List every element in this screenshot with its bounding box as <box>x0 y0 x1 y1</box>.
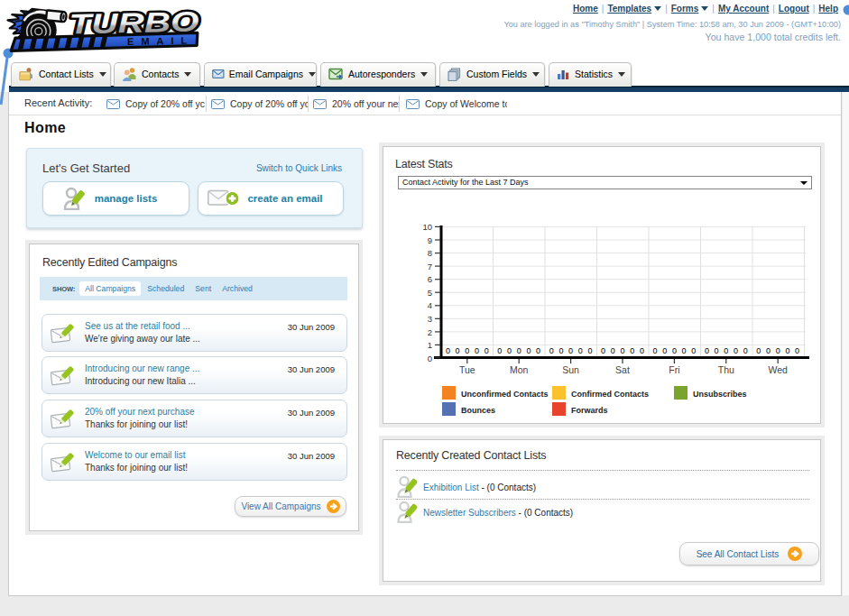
svg-text:5: 5 <box>428 288 432 298</box>
svg-text:7: 7 <box>428 262 432 271</box>
svg-text:0: 0 <box>475 346 479 355</box>
svg-text:Sat: Sat <box>615 364 630 375</box>
svg-text:8: 8 <box>428 248 432 258</box>
svg-text:4: 4 <box>428 300 432 310</box>
svg-text:Bounces: Bounces <box>461 406 495 415</box>
svg-text:Mon: Mon <box>510 364 529 375</box>
svg-text:Tue: Tue <box>459 364 475 375</box>
svg-text:0: 0 <box>446 346 450 355</box>
svg-text:1: 1 <box>428 340 432 350</box>
svg-text:Thu: Thu <box>718 364 734 375</box>
svg-text:Unsubscribes: Unsubscribes <box>693 390 747 399</box>
svg-text:Fri: Fri <box>669 364 679 375</box>
svg-text:Wed: Wed <box>768 364 788 375</box>
svg-text:6: 6 <box>428 274 432 284</box>
svg-text:0: 0 <box>484 346 489 355</box>
svg-text:2: 2 <box>428 327 432 337</box>
svg-text:Forwards: Forwards <box>571 406 608 415</box>
svg-text:Unconfirmed Contacts: Unconfirmed Contacts <box>461 390 549 399</box>
svg-text:Sun: Sun <box>562 364 579 375</box>
svg-text:0: 0 <box>428 354 432 363</box>
svg-text:10: 10 <box>422 222 432 232</box>
svg-text:0: 0 <box>465 346 469 355</box>
svg-text:Confirmed Contacts: Confirmed Contacts <box>571 390 649 399</box>
svg-text:EMAIL: EMAIL <box>127 35 194 48</box>
svg-text:0: 0 <box>456 346 460 355</box>
svg-text:3: 3 <box>428 314 432 324</box>
svg-text:9: 9 <box>428 235 432 245</box>
